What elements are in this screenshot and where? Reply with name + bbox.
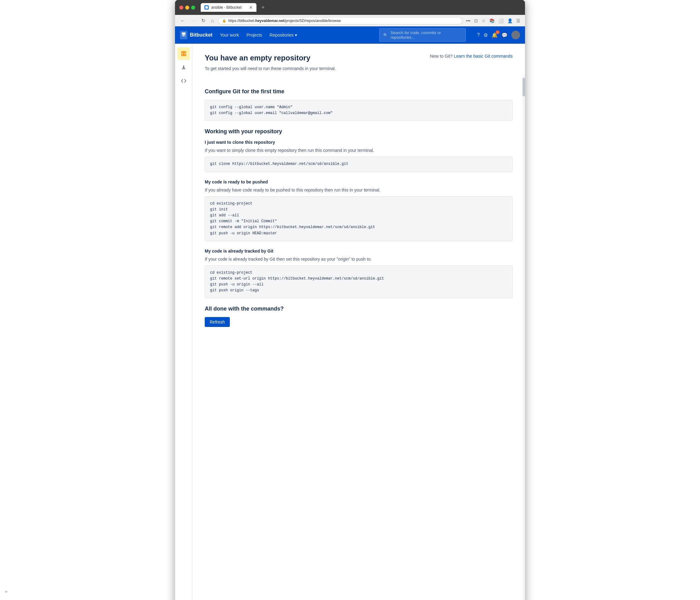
traffic-lights xyxy=(179,6,195,9)
sync-button[interactable]: ⬜ xyxy=(497,17,504,24)
toolbar-actions: ••• ⊡ ☆ 📚 ⬜ 👤 ☰ xyxy=(465,17,521,24)
svg-point-2 xyxy=(183,35,184,36)
maximize-window-button[interactable] xyxy=(191,6,195,9)
sidebar xyxy=(175,44,192,600)
configure-code[interactable]: git config --global user.name "Admin" gi… xyxy=(205,100,512,121)
user-avatar[interactable] xyxy=(511,31,520,39)
tab-favicon xyxy=(204,5,209,9)
title-area: You have an empty repository To get star… xyxy=(205,54,336,80)
forward-button[interactable]: → xyxy=(189,17,197,24)
scrollbar-track[interactable] xyxy=(523,75,525,600)
pocket-button[interactable]: ⊡ xyxy=(473,17,479,24)
back-button[interactable]: ← xyxy=(179,17,187,24)
chevron-down-icon: ▾ xyxy=(295,32,297,38)
bitbucket-logo-icon xyxy=(180,31,188,39)
clone-subtitle: I just want to clone this repository xyxy=(205,140,512,145)
tracked-description: If your code is already tracked by Git t… xyxy=(205,257,512,262)
svg-rect-0 xyxy=(205,6,208,9)
browser-titlebar: ansible - Bitbucket ✕ + xyxy=(175,0,525,15)
sidebar-item-code[interactable] xyxy=(177,47,190,60)
minimize-window-button[interactable] xyxy=(185,6,189,9)
clone-section: I just want to clone this repository If … xyxy=(205,140,512,172)
notification-badge-count: 1 xyxy=(496,30,500,34)
configure-title: Configure Git for the first time xyxy=(205,88,512,95)
search-bar[interactable]: 🔍 Search for code, commits or repositori… xyxy=(379,28,466,42)
page-subtitle: To get started you will need to run thes… xyxy=(205,66,336,71)
working-section: Working with your repository I just want… xyxy=(205,128,512,298)
all-done-section: All done with the commands? Refresh xyxy=(205,306,512,327)
new-to-git-info: New to Git? Learn the basic Git commands xyxy=(430,54,512,58)
url-domain: heyvaldemar.net xyxy=(255,19,284,23)
main-content: You have an empty repository To get star… xyxy=(192,44,525,600)
learn-git-link[interactable]: Learn the basic Git commands xyxy=(454,54,512,58)
new-tab-button[interactable]: + xyxy=(261,4,265,11)
refresh-button[interactable]: Refresh xyxy=(205,317,230,327)
sidebar-item-settings[interactable] xyxy=(177,597,190,600)
bookmark-button[interactable]: ☆ xyxy=(481,17,486,24)
svg-rect-4 xyxy=(182,69,185,69)
push-description: If you already have code ready to be pus… xyxy=(205,188,512,192)
clone-description: If you want to simply clone this empty r… xyxy=(205,148,512,153)
reload-button[interactable]: ↻ xyxy=(200,17,207,24)
bookmarks-list-button[interactable]: 📚 xyxy=(489,17,496,24)
tab-title: ansible - Bitbucket xyxy=(211,5,242,9)
more-button[interactable]: ••• xyxy=(465,17,471,24)
help-icon[interactable]: ? xyxy=(477,32,480,38)
account-button[interactable]: 👤 xyxy=(506,17,514,24)
repositories-menu-button[interactable]: Repositories ▾ xyxy=(270,32,297,38)
sidebar-item-downloads[interactable] xyxy=(177,61,190,73)
home-button[interactable]: ⌂ xyxy=(209,17,216,24)
app: Bitbucket Your work Projects Repositorie… xyxy=(175,26,525,600)
close-window-button[interactable] xyxy=(179,6,183,9)
working-title: Working with your repository xyxy=(205,128,512,135)
search-icon: 🔍 xyxy=(383,33,388,38)
notification-icon[interactable]: 🔔 1 xyxy=(492,32,498,38)
logo-text: Bitbucket xyxy=(190,32,212,38)
browser-toolbar: ← → ↻ ⌂ 🔒 https://bitbucket.heyvaldemar.… xyxy=(175,15,525,26)
page-title: You have an empty repository xyxy=(205,54,336,62)
logo-link[interactable]: Bitbucket xyxy=(180,31,212,39)
nav-actions: ? ⚙ 🔔 1 💬 xyxy=(477,31,520,39)
layout: You have an empty repository To get star… xyxy=(175,44,525,600)
address-bar[interactable]: 🔒 https://bitbucket.heyvaldemar.net/proj… xyxy=(218,17,463,24)
projects-link[interactable]: Projects xyxy=(247,31,262,39)
configure-git-section: Configure Git for the first time git con… xyxy=(205,88,512,121)
tracked-section: My code is already tracked by Git If you… xyxy=(205,248,512,298)
chat-icon[interactable]: 💬 xyxy=(501,32,508,38)
settings-icon[interactable]: ⚙ xyxy=(483,32,488,38)
address-url: https://bitbucket.heyvaldemar.net/projec… xyxy=(228,19,341,23)
tracked-subtitle: My code is already tracked by Git xyxy=(205,248,512,254)
push-subtitle: My code is ready to be pushed xyxy=(205,179,512,185)
push-code[interactable]: cd existing-project git init git add --a… xyxy=(205,196,512,241)
sidebar-item-source[interactable] xyxy=(177,75,190,87)
top-nav: Bitbucket Your work Projects Repositorie… xyxy=(175,26,525,44)
all-done-title: All done with the commands? xyxy=(205,306,512,312)
tracked-code[interactable]: cd existing-project git remote set-url o… xyxy=(205,265,512,298)
tab-close-button[interactable]: ✕ xyxy=(249,5,253,10)
your-work-link[interactable]: Your work xyxy=(220,31,239,39)
clone-code[interactable]: git clone https://bitbucket.heyvaldemar.… xyxy=(205,157,512,172)
browser-tab[interactable]: ansible - Bitbucket ✕ xyxy=(201,3,256,12)
push-section: My code is ready to be pushed If you alr… xyxy=(205,179,512,241)
header-area: You have an empty repository To get star… xyxy=(205,54,512,80)
menu-button[interactable]: ☰ xyxy=(516,17,521,24)
scrollbar-thumb[interactable] xyxy=(523,78,525,96)
lock-icon: 🔒 xyxy=(222,19,226,23)
